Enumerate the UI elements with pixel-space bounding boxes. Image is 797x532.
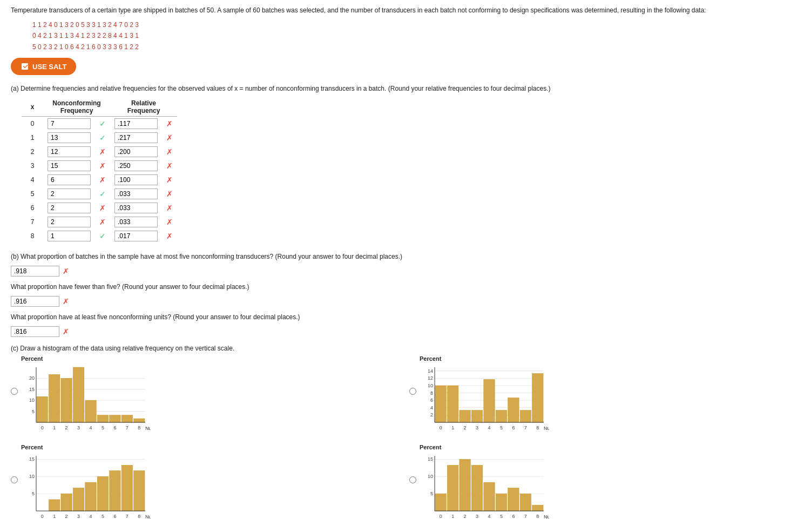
rel-input[interactable] bbox=[114, 160, 158, 171]
svg-text:10: 10 bbox=[428, 474, 433, 479]
histogram-radio-hist1[interactable] bbox=[11, 388, 18, 395]
use-salt-button[interactable]: USE SALT bbox=[11, 58, 76, 75]
svg-rect-11 bbox=[73, 367, 84, 422]
svg-text:20: 20 bbox=[29, 376, 35, 381]
svg-rect-98 bbox=[460, 460, 470, 511]
svg-text:2: 2 bbox=[65, 425, 68, 430]
x-value: 5 bbox=[22, 187, 43, 201]
rel-input[interactable] bbox=[114, 231, 158, 241]
freq-input[interactable] bbox=[48, 146, 91, 157]
svg-rect-50 bbox=[520, 410, 531, 422]
freq-check-icon: ✓ bbox=[99, 232, 106, 240]
histogram-container-hist3: Percent51015012345678Number bbox=[11, 444, 388, 522]
svg-text:3: 3 bbox=[476, 425, 478, 430]
svg-text:8: 8 bbox=[430, 390, 433, 396]
histogram-container-hist1: Percent5101520012345678Number bbox=[11, 355, 388, 433]
svg-rect-49 bbox=[508, 398, 519, 423]
svg-text:2: 2 bbox=[464, 425, 467, 430]
part-b-answer3-row: ✗ bbox=[11, 326, 786, 337]
svg-text:10: 10 bbox=[29, 474, 35, 479]
freq-input[interactable] bbox=[48, 188, 91, 199]
svg-text:2: 2 bbox=[430, 413, 433, 418]
histogram-radio-hist4[interactable] bbox=[409, 476, 416, 483]
svg-rect-104 bbox=[532, 505, 543, 511]
rel-input[interactable] bbox=[114, 118, 158, 129]
part-b-section: (b) What proportion of batches in the sa… bbox=[11, 253, 786, 337]
freq-cross-icon: ✗ bbox=[99, 204, 106, 212]
svg-text:3: 3 bbox=[77, 425, 80, 430]
svg-rect-73 bbox=[85, 482, 96, 511]
part-b-answer3-cross: ✗ bbox=[63, 327, 69, 336]
freq-input[interactable] bbox=[48, 132, 91, 143]
svg-text:Number: Number bbox=[544, 514, 549, 520]
svg-text:10: 10 bbox=[428, 383, 433, 388]
svg-text:Number: Number bbox=[145, 426, 151, 431]
freq-cross-icon: ✗ bbox=[99, 161, 106, 170]
part-c-label: (c) Draw a histogram of the data using r… bbox=[11, 345, 786, 352]
part-b-answer1-cross: ✗ bbox=[63, 267, 69, 275]
rel-input[interactable] bbox=[114, 203, 158, 213]
freq-input[interactable] bbox=[48, 231, 91, 241]
freq-input[interactable] bbox=[48, 160, 91, 171]
frequency-table: x NonconformingFrequency RelativeFrequen… bbox=[22, 98, 177, 243]
svg-text:0: 0 bbox=[41, 425, 44, 430]
table-row: 2✗✗ bbox=[22, 145, 177, 159]
svg-rect-8 bbox=[37, 396, 48, 422]
data-row-2: 0 4 2 1 3 1 1 3 4 1 2 3 2 2 8 4 4 1 3 1 bbox=[32, 30, 786, 41]
freq-input[interactable] bbox=[48, 217, 91, 227]
data-row-3: 5 0 2 3 2 1 0 6 4 2 1 6 0 3 3 3 6 1 2 2 bbox=[32, 42, 786, 52]
svg-text:7: 7 bbox=[126, 514, 129, 519]
part-b-answer2-input[interactable] bbox=[11, 296, 59, 307]
use-salt-label: USE SALT bbox=[32, 63, 66, 71]
rel-cross-icon: ✗ bbox=[166, 147, 173, 156]
freq-check-icon: ✓ bbox=[99, 133, 106, 142]
rel-input[interactable] bbox=[114, 174, 158, 185]
svg-rect-16 bbox=[134, 419, 145, 422]
svg-text:7: 7 bbox=[524, 425, 527, 430]
svg-rect-45 bbox=[460, 410, 470, 422]
y-axis-label: Percent bbox=[420, 355, 549, 362]
part-b-answer1-input[interactable] bbox=[11, 266, 59, 277]
table-row: 5✓✗ bbox=[22, 187, 177, 201]
col-nonconf-header: NonconformingFrequency bbox=[43, 98, 110, 117]
svg-rect-44 bbox=[447, 386, 458, 422]
svg-text:1: 1 bbox=[451, 514, 454, 519]
svg-text:12: 12 bbox=[428, 376, 433, 381]
svg-rect-74 bbox=[97, 476, 108, 511]
svg-text:0: 0 bbox=[440, 514, 442, 519]
svg-text:0: 0 bbox=[41, 514, 44, 519]
rel-cross-icon: ✗ bbox=[166, 133, 173, 142]
freq-input[interactable] bbox=[48, 118, 91, 129]
freq-cross-icon: ✗ bbox=[99, 176, 106, 184]
svg-text:8: 8 bbox=[536, 514, 539, 519]
x-value: 0 bbox=[22, 117, 43, 131]
svg-text:15: 15 bbox=[29, 387, 35, 392]
rel-input[interactable] bbox=[114, 132, 158, 143]
svg-text:5: 5 bbox=[32, 409, 35, 414]
part-b-answer3-input[interactable] bbox=[11, 326, 59, 337]
table-row: 7✗✗ bbox=[22, 215, 177, 229]
rel-input[interactable] bbox=[114, 146, 158, 157]
svg-rect-48 bbox=[496, 410, 506, 422]
freq-input[interactable] bbox=[48, 174, 91, 185]
histogram-svg-hist3: 51015012345678Number bbox=[21, 452, 151, 522]
svg-rect-9 bbox=[49, 375, 59, 423]
histogram-svg-hist1: 5101520012345678Number bbox=[21, 363, 151, 433]
svg-text:8: 8 bbox=[138, 425, 140, 430]
svg-text:1: 1 bbox=[451, 425, 454, 430]
table-row: 3✗✗ bbox=[22, 159, 177, 173]
histogram-radio-hist3[interactable] bbox=[11, 476, 18, 483]
part-b-q2: What proportion have fewer than five? (R… bbox=[11, 283, 786, 291]
freq-cross-icon: ✗ bbox=[99, 147, 106, 156]
data-rows: 1 1 2 4 0 1 3 2 0 5 3 3 1 3 2 4 7 0 2 3 … bbox=[11, 19, 786, 52]
rel-input[interactable] bbox=[114, 188, 158, 199]
histogram-radio-hist2[interactable] bbox=[409, 388, 416, 395]
svg-rect-96 bbox=[435, 494, 446, 511]
svg-rect-101 bbox=[496, 494, 506, 511]
freq-input[interactable] bbox=[48, 203, 91, 213]
rel-input[interactable] bbox=[114, 217, 158, 227]
svg-text:15: 15 bbox=[428, 457, 433, 462]
col-x-header: x bbox=[22, 98, 43, 117]
x-value: 4 bbox=[22, 173, 43, 187]
part-b-q1: (b) What proportion of batches in the sa… bbox=[11, 253, 786, 260]
